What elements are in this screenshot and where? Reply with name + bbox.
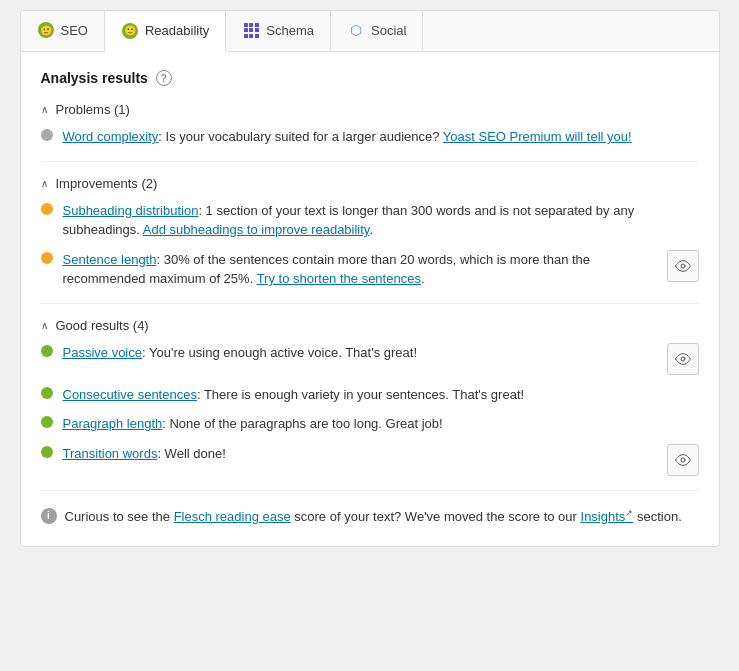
- link-try-shorten[interactable]: Try to shorten the sentences: [257, 271, 421, 286]
- dot-sentence-length: [41, 252, 53, 264]
- collapse-problems[interactable]: ∧ Problems (1): [41, 102, 699, 117]
- svg-point-2: [681, 458, 685, 462]
- tabs-bar: 🙂 SEO 🙂 Readability Schema ⬡ Social: [21, 11, 719, 52]
- info-icon: i: [41, 508, 57, 524]
- item-word-complexity-text: Word complexity: Is your vocabulary suit…: [63, 127, 699, 147]
- tab-seo-label: SEO: [61, 23, 88, 38]
- eye-icon-transition-words: [675, 452, 691, 468]
- chevron-improvements: ∧: [41, 178, 48, 189]
- item-passive-voice-text: Passive voice: You're using enough activ…: [63, 343, 657, 363]
- dot-subheading: [41, 203, 53, 215]
- footer-info: i Curious to see the Flesch reading ease…: [41, 507, 699, 527]
- chevron-good-results: ∧: [41, 320, 48, 331]
- item-sentence-length: Sentence length: 30% of the sentences co…: [41, 250, 699, 289]
- tab-schema[interactable]: Schema: [226, 11, 331, 51]
- link-consecutive-sentences[interactable]: Consecutive sentences: [63, 387, 197, 402]
- content-area: Analysis results ? ∧ Problems (1) Word c…: [21, 52, 719, 546]
- divider-2: [41, 303, 699, 304]
- dot-consecutive-sentences: [41, 387, 53, 399]
- tab-schema-label: Schema: [266, 23, 314, 38]
- link-add-subheadings[interactable]: Add subheadings to improve readability: [143, 222, 370, 237]
- tab-seo[interactable]: 🙂 SEO: [21, 11, 105, 51]
- item-transition-words: Transition words: Well done!: [41, 444, 699, 476]
- svg-point-1: [681, 357, 685, 361]
- link-subheading-distribution[interactable]: Subheading distribution: [63, 203, 199, 218]
- item-subheading-distribution: Subheading distribution: 1 section of yo…: [41, 201, 699, 240]
- item-transition-words-text: Transition words: Well done!: [63, 444, 657, 464]
- tab-readability[interactable]: 🙂 Readability: [105, 11, 226, 52]
- eye-icon-sentence-length: [675, 258, 691, 274]
- tab-readability-label: Readability: [145, 23, 209, 38]
- dot-word-complexity: [41, 129, 53, 141]
- item-paragraph-length-text: Paragraph length: None of the paragraphs…: [63, 414, 699, 434]
- readability-smiley-icon: 🙂: [121, 22, 139, 40]
- item-subheading-text: Subheading distribution: 1 section of yo…: [63, 201, 699, 240]
- link-paragraph-length[interactable]: Paragraph length: [63, 416, 163, 431]
- schema-grid-icon: [242, 21, 260, 39]
- dot-passive-voice: [41, 345, 53, 357]
- svg-point-0: [681, 264, 685, 268]
- tab-social-label: Social: [371, 23, 406, 38]
- eye-icon-passive-voice: [675, 351, 691, 367]
- link-insights[interactable]: Insights↗: [581, 509, 634, 524]
- tab-social[interactable]: ⬡ Social: [331, 11, 423, 51]
- collapse-good-results[interactable]: ∧ Good results (4): [41, 318, 699, 333]
- footer-text: Curious to see the Flesch reading ease s…: [65, 507, 682, 527]
- link-transition-words[interactable]: Transition words: [63, 446, 158, 461]
- item-sentence-length-text: Sentence length: 30% of the sentences co…: [63, 250, 657, 289]
- seo-smiley-icon: 🙂: [37, 21, 55, 39]
- item-word-complexity: Word complexity: Is your vocabulary suit…: [41, 127, 699, 147]
- dot-paragraph-length: [41, 416, 53, 428]
- help-icon[interactable]: ?: [156, 70, 172, 86]
- item-consecutive-sentences-text: Consecutive sentences: There is enough v…: [63, 385, 699, 405]
- item-consecutive-sentences: Consecutive sentences: There is enough v…: [41, 385, 699, 405]
- link-word-complexity[interactable]: Word complexity: [63, 129, 159, 144]
- link-yoast-premium[interactable]: Yoast SEO Premium will tell you!: [443, 129, 632, 144]
- link-sentence-length[interactable]: Sentence length: [63, 252, 157, 267]
- eye-button-passive-voice[interactable]: [667, 343, 699, 375]
- collapse-improvements[interactable]: ∧ Improvements (2): [41, 176, 699, 191]
- link-passive-voice[interactable]: Passive voice: [63, 345, 142, 360]
- item-paragraph-length: Paragraph length: None of the paragraphs…: [41, 414, 699, 434]
- divider-1: [41, 161, 699, 162]
- dot-transition-words: [41, 446, 53, 458]
- divider-3: [41, 490, 699, 491]
- analysis-title: Analysis results ?: [41, 70, 699, 86]
- link-flesch-reading-ease[interactable]: Flesch reading ease: [174, 509, 291, 524]
- eye-button-sentence-length[interactable]: [667, 250, 699, 282]
- readability-panel: 🙂 SEO 🙂 Readability Schema ⬡ Social: [20, 10, 720, 547]
- item-passive-voice: Passive voice: You're using enough activ…: [41, 343, 699, 375]
- external-link-icon: ↗: [625, 508, 633, 518]
- social-share-icon: ⬡: [347, 21, 365, 39]
- chevron-problems: ∧: [41, 104, 48, 115]
- eye-button-transition-words[interactable]: [667, 444, 699, 476]
